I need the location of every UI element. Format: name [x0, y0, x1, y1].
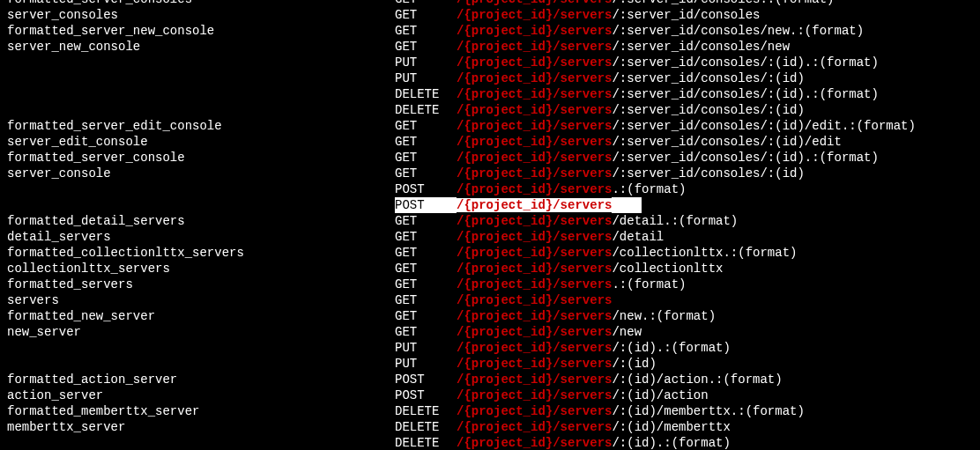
- path-suffix: /:(id)/memberttx: [612, 420, 730, 434]
- route-row: POST/{project_id}/servers.:(format): [0, 181, 980, 197]
- route-path: /{project_id}/servers/:(id).:(format): [457, 435, 731, 450]
- route-name: formatted_action_server: [0, 372, 395, 387]
- route-row: DELETE/{project_id}/servers/:(id).:(form…: [0, 435, 980, 450]
- path-prefix: /{project_id}/servers: [457, 325, 612, 339]
- route-path: /{project_id}/servers/collectionlttx.:(f…: [457, 245, 797, 261]
- route-path: /{project_id}/servers/:server_id/console…: [457, 70, 805, 86]
- route-row: formatted_server_consoleGET/{project_id}…: [0, 150, 980, 166]
- path-suffix: /collectionlttx: [612, 262, 723, 276]
- path-suffix: .:(format): [612, 277, 686, 291]
- http-method: GET: [395, 118, 457, 134]
- route-row: collectionlttx_serversGET/{project_id}/s…: [0, 261, 980, 277]
- path-suffix: /:server_id/consoles/:(id).:(format): [612, 55, 878, 70]
- route-row: serversGET/{project_id}/servers: [0, 292, 980, 308]
- path-prefix: /{project_id}/servers: [457, 293, 612, 307]
- path-suffix: .:(format): [612, 182, 686, 196]
- routes-listing: formatted_server_consolesGET/{project_id…: [0, 0, 980, 450]
- path-prefix: /{project_id}/servers: [457, 151, 612, 165]
- path-prefix: /{project_id}/servers: [457, 166, 612, 181]
- route-row: server_edit_consoleGET/{project_id}/serv…: [0, 134, 980, 150]
- route-path: /{project_id}/servers/new.:(format): [457, 308, 716, 324]
- route-name: servers: [0, 292, 395, 308]
- route-row: formatted_server_new_consoleGET/{project…: [0, 23, 980, 39]
- route-name: formatted_servers: [0, 277, 395, 292]
- route-row: PUT/{project_id}/servers/:server_id/cons…: [0, 70, 980, 86]
- path-prefix: /{project_id}/servers: [457, 277, 612, 291]
- route-row: PUT/{project_id}/servers/:(id): [0, 356, 980, 372]
- path-prefix: /{project_id}/servers: [457, 182, 612, 196]
- route-name: formatted_detail_servers: [0, 213, 395, 229]
- route-row: DELETE/{project_id}/servers/:server_id/c…: [0, 102, 980, 118]
- route-path: /{project_id}/servers/:server_id/console…: [457, 102, 805, 118]
- route-row: PUT/{project_id}/servers/:server_id/cons…: [0, 55, 980, 70]
- route-name: formatted_server_consoles: [0, 0, 395, 7]
- http-method: GET: [395, 7, 457, 23]
- route-name: formatted_server_console: [0, 150, 395, 166]
- route-path: /{project_id}/servers/:server_id/console…: [457, 39, 790, 55]
- path-suffix: /:server_id/consoles/:(id)/edit: [612, 135, 841, 149]
- path-suffix: /collectionlttx.:(format): [612, 246, 797, 260]
- path-suffix: /:(id).:(format): [612, 436, 730, 450]
- path-prefix: /{project_id}/servers: [457, 341, 612, 355]
- http-method: DELETE: [395, 435, 457, 450]
- route-path: /{project_id}/servers/:(id): [457, 356, 657, 372]
- route-path: /{project_id}/servers/:server_id/console…: [457, 55, 879, 70]
- path-prefix: /{project_id}/servers: [457, 198, 612, 212]
- path-prefix: /{project_id}/servers: [457, 214, 612, 228]
- route-path: /{project_id}/servers/collectionlttx: [457, 261, 723, 277]
- path-suffix: /:(id)/action.:(format): [612, 373, 782, 387]
- http-method: DELETE: [395, 403, 457, 419]
- http-method: PUT: [395, 356, 457, 372]
- path-prefix: /{project_id}/servers: [457, 0, 612, 6]
- route-path: /{project_id}/servers/:server_id/console…: [457, 118, 916, 134]
- http-method: GET: [395, 39, 457, 55]
- route-name: formatted_server_edit_console: [0, 118, 395, 134]
- route-row: formatted_new_serverGET/{project_id}/ser…: [0, 308, 980, 324]
- path-suffix: /:(id)/action: [612, 388, 708, 402]
- http-method: GET: [395, 134, 457, 150]
- route-row: POST/{project_id}/servers: [0, 197, 980, 213]
- path-prefix: /{project_id}/servers: [457, 309, 612, 323]
- route-name: server_new_console: [0, 39, 395, 55]
- route-row: server_new_consoleGET/{project_id}/serve…: [0, 39, 980, 55]
- route-path: /{project_id}/servers/detail: [457, 229, 664, 245]
- route-path: /{project_id}/servers/:(id).:(format): [457, 340, 731, 356]
- path-prefix: /{project_id}/servers: [457, 103, 612, 117]
- http-method: PUT: [395, 70, 457, 86]
- path-prefix: /{project_id}/servers: [457, 246, 612, 260]
- http-method: PUT: [395, 340, 457, 356]
- http-method: GET: [395, 261, 457, 277]
- http-method: GET: [395, 308, 457, 324]
- route-row: formatted_server_consolesGET/{project_id…: [0, 0, 980, 7]
- route-name: formatted_memberttx_server: [0, 403, 395, 419]
- path-prefix: /{project_id}/servers: [457, 55, 612, 70]
- route-name: new_server: [0, 324, 395, 340]
- path-prefix: /{project_id}/servers: [457, 40, 612, 54]
- http-method: POST: [395, 372, 457, 387]
- route-path: /{project_id}/servers/:(id)/memberttx: [457, 419, 731, 435]
- route-row: action_serverPOST/{project_id}/servers/:…: [0, 387, 980, 403]
- path-suffix: /:server_id/consoles/:(id).:(format): [612, 87, 878, 101]
- http-method: GET: [395, 213, 457, 229]
- path-suffix: /:server_id/consoles.:(format): [612, 0, 834, 6]
- route-row: memberttx_serverDELETE/{project_id}/serv…: [0, 419, 980, 435]
- route-row: server_consolesGET/{project_id}/servers/…: [0, 7, 980, 23]
- http-method: POST: [395, 181, 457, 197]
- route-path: /{project_id}/servers/new: [457, 324, 642, 340]
- path-prefix: /{project_id}/servers: [457, 135, 612, 149]
- route-row: server_consoleGET/{project_id}/servers/:…: [0, 166, 980, 181]
- path-suffix: /new.:(format): [612, 309, 716, 323]
- http-method: GET: [395, 23, 457, 39]
- path-suffix: /:server_id/consoles/new: [612, 40, 790, 54]
- route-path: /{project_id}/servers/:server_id/console…: [457, 134, 842, 150]
- path-prefix: /{project_id}/servers: [457, 388, 612, 402]
- path-suffix: /:server_id/consoles/:(id): [612, 166, 804, 181]
- route-path: /{project_id}/servers/:server_id/console…: [457, 86, 879, 102]
- route-row: new_serverGET/{project_id}/servers/new: [0, 324, 980, 340]
- path-prefix: /{project_id}/servers: [457, 262, 612, 276]
- route-name: memberttx_server: [0, 419, 395, 435]
- http-method: GET: [395, 277, 457, 292]
- route-path: /{project_id}/servers.:(format): [457, 277, 686, 292]
- path-suffix: /:server_id/consoles/:(id): [612, 71, 804, 85]
- route-path: /{project_id}/servers/:(id)/action: [457, 387, 709, 403]
